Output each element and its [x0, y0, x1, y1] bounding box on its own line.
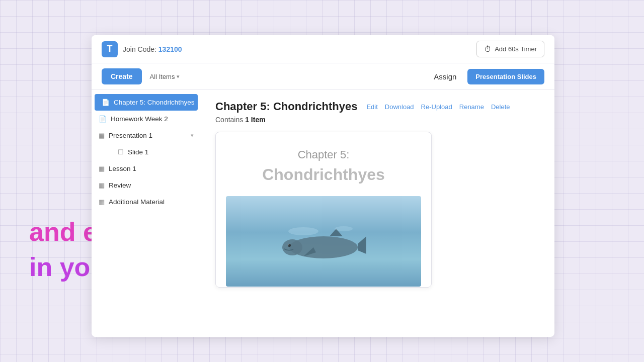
slide-preview-card: Chapter 5: Chondrichthyes [215, 132, 432, 288]
content-pane: Chapter 5: Chondrichthyes Edit Download … [201, 90, 554, 337]
content-title-row: Chapter 5: Chondrichthyes Edit Download … [215, 100, 540, 113]
sidebar-item-chapter5[interactable]: 📄 Chapter 5: Chondrichthyes [95, 94, 198, 111]
svg-point-8 [335, 226, 353, 231]
svg-point-5 [288, 244, 291, 247]
chevron-down-icon-presentation: ▾ [191, 132, 194, 139]
shark-illustration [273, 211, 374, 272]
toolbar-right: Assign Presentation Slides [429, 69, 544, 84]
svg-marker-2 [358, 236, 366, 254]
slide-image [226, 196, 421, 287]
sidebar-item-presentation1[interactable]: ▦ Presentation 1 ▾ [92, 127, 201, 144]
re-upload-link[interactable]: Re-Upload [421, 103, 452, 111]
presentation-slides-button[interactable]: Presentation Slides [467, 69, 544, 84]
main-content: 📄 Chapter 5: Chondrichthyes 📄 Homework W… [92, 90, 554, 337]
all-items-button[interactable]: All Items ▾ [150, 73, 180, 80]
create-button[interactable]: Create [102, 68, 142, 84]
sidebar-item-lesson1[interactable]: ▦ Lesson 1 [92, 160, 201, 177]
sidebar-item-slide1[interactable]: ☐ Slide 1 [92, 144, 201, 160]
toolbar: Create All Items ▾ Assign Presentation S… [92, 63, 554, 90]
svg-point-7 [288, 227, 318, 235]
content-subtitle: Contains 1 Item [215, 116, 540, 124]
sidebar: 📄 Chapter 5: Chondrichthyes 📄 Homework W… [92, 90, 201, 337]
delete-link[interactable]: Delete [491, 103, 510, 111]
app-window: T Join Code: 132100 ⏱ Add 60s Timer Crea… [92, 35, 554, 337]
add-timer-button[interactable]: ⏱ Add 60s Timer [476, 41, 544, 57]
rename-link[interactable]: Rename [459, 103, 484, 111]
content-header: Chapter 5: Chondrichthyes Edit Download … [215, 100, 540, 124]
content-actions: Edit Download Re-Upload Rename Delete [366, 103, 510, 111]
sidebar-item-review[interactable]: ▦ Review [92, 177, 201, 194]
content-title: Chapter 5: Chondrichthyes [215, 100, 357, 113]
join-code-value: 132100 [158, 45, 182, 53]
chevron-down-icon: ▾ [177, 73, 180, 80]
assign-button[interactable]: Assign [429, 69, 461, 84]
checkbox-icon: ☐ [118, 148, 124, 156]
document-icon: 📄 [102, 99, 110, 106]
sidebar-item-homework[interactable]: 📄 Homework Week 2 [92, 111, 201, 127]
edit-link[interactable]: Edit [366, 103, 377, 111]
download-link[interactable]: Download [385, 103, 414, 111]
logo-icon: T [102, 41, 118, 57]
slide-chapter-subtitle: Chondrichthyes [262, 165, 385, 184]
svg-point-6 [288, 244, 289, 245]
additional-icon: ▦ [99, 198, 105, 206]
top-bar: T Join Code: 132100 ⏱ Add 60s Timer [92, 35, 554, 63]
slide-chapter-title: Chapter 5: [298, 148, 350, 161]
join-code-label: Join Code: 132100 [123, 45, 182, 53]
document-icon-2: 📄 [99, 115, 107, 123]
presentation-icon: ▦ [99, 132, 105, 139]
toolbar-left: Create All Items ▾ [102, 68, 180, 84]
timer-icon: ⏱ [484, 45, 492, 53]
svg-point-4 [282, 239, 302, 255]
lesson-icon: ▦ [99, 165, 105, 172]
top-bar-left: T Join Code: 132100 [102, 41, 182, 57]
review-icon: ▦ [99, 182, 105, 189]
sidebar-item-additional-material[interactable]: ▦ Additional Material [92, 194, 201, 210]
